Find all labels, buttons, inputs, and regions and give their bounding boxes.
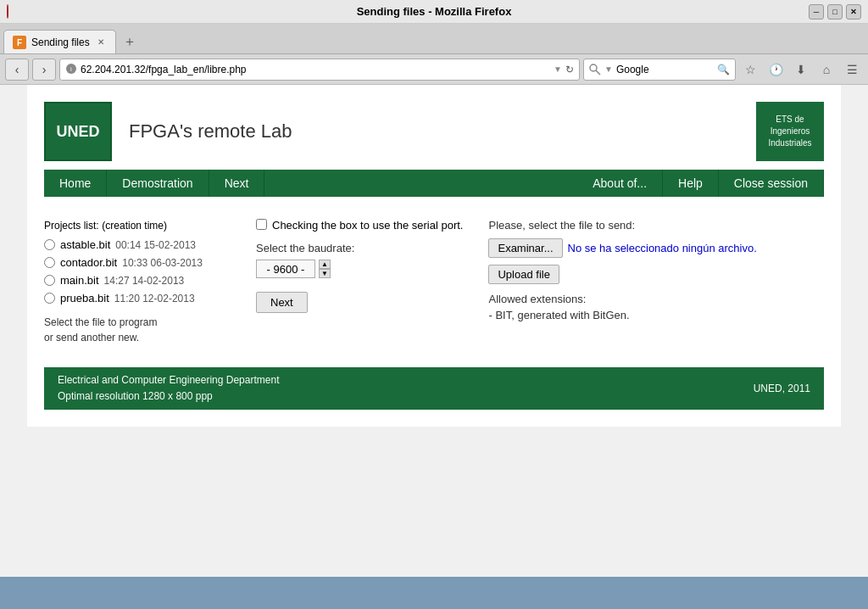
file-select-label: Please, select the file to send: <box>488 219 824 232</box>
address-bar[interactable]: i 62.204.201.32/fpga_lab_en/libre.php ▼ … <box>59 59 580 81</box>
new-tab-btn[interactable]: ＋ <box>120 31 140 52</box>
bookmarks-btn[interactable]: ☆ <box>739 59 761 81</box>
hint-line2: or send another new. <box>44 330 231 345</box>
ets-line2: Ingenieros <box>771 126 810 137</box>
header-left: UNED FPGA's remote Lab <box>44 102 292 161</box>
toolbar-icons: ☆ 🕐 ⬇ ⌂ ☰ <box>739 59 863 81</box>
ets-line3: Industriales <box>768 137 811 149</box>
serial-port-label: Checking the box to use the serial port. <box>272 219 463 232</box>
menu-item-close-session[interactable]: Close session <box>719 170 824 197</box>
svg-text:F: F <box>17 38 22 47</box>
search-go-btn[interactable]: 🔍 <box>717 64 730 75</box>
tab-bar: F Sending files ✕ ＋ <box>0 24 868 54</box>
menu-item-demostration[interactable]: Demostration <box>107 170 209 197</box>
project-name-astable: astable.bit <box>60 238 110 251</box>
hint-line1: Select the file to program <box>44 315 231 330</box>
address-text: 62.204.201.32/fpga_lab_en/libre.php <box>81 64 550 75</box>
upload-file-btn[interactable]: Upload file <box>488 265 559 284</box>
allowed-extensions-value: - BIT, generated with BitGen. <box>488 309 824 321</box>
content-area: Projects list: (creation time) astable.b… <box>44 210 824 354</box>
svg-line-5 <box>596 70 600 75</box>
svg-point-4 <box>590 64 597 71</box>
serial-port-checkbox[interactable] <box>256 219 267 230</box>
project-time-astable: 00:14 15-02-2013 <box>115 239 196 251</box>
title-bar: Sending files - Mozilla Firefox ─ □ ✕ <box>0 0 868 24</box>
ets-logo: ETS de Ingenieros Industriales <box>756 102 824 161</box>
baudrate-control: ▲ ▼ <box>256 260 463 278</box>
project-time-main: 14:27 14-02-2013 <box>104 275 185 287</box>
download-btn[interactable]: ⬇ <box>790 59 812 81</box>
menu-item-home[interactable]: Home <box>44 170 107 197</box>
projects-panel: Projects list: (creation time) astable.b… <box>44 219 231 345</box>
active-tab[interactable]: F Sending files ✕ <box>3 30 116 53</box>
address-favicon: i <box>65 63 77 76</box>
project-radio-astable[interactable] <box>44 239 55 250</box>
address-dropdown-icon[interactable]: ▼ <box>554 64 562 74</box>
search-engine-icon <box>589 64 601 75</box>
menu-item-next[interactable]: Next <box>209 170 265 197</box>
ets-line1: ETS de <box>776 114 804 126</box>
no-file-text: No se ha seleccionado ningún archivo. <box>568 242 757 254</box>
allowed-extensions-label: Allowed extensions: <box>488 293 824 305</box>
footer-line1: Electrical and Computer Engineering Depa… <box>58 372 279 388</box>
project-time-contador: 10:33 06-03-2013 <box>122 257 203 269</box>
next-button[interactable]: Next <box>256 292 308 313</box>
menu-spacer <box>264 170 577 197</box>
project-name-main: main.bit <box>60 274 99 287</box>
project-time-prueba: 11:20 12-02-2013 <box>114 293 195 304</box>
page-wrapper: UNED FPGA's remote Lab ETS de Ingenieros… <box>27 85 841 427</box>
list-item: contador.bit 10:33 06-03-2013 <box>44 256 231 269</box>
project-radio-main[interactable] <box>44 275 55 286</box>
baudrate-panel: Checking the box to use the serial port.… <box>256 219 463 345</box>
project-radio-contador[interactable] <box>44 257 55 268</box>
list-item: astable.bit 00:14 15-02-2013 <box>44 238 231 251</box>
forward-btn[interactable]: › <box>32 59 56 81</box>
projects-heading: Projects list: <box>44 220 99 232</box>
project-radio-prueba[interactable] <box>44 293 55 304</box>
browser-content: UNED FPGA's remote Lab ETS de Ingenieros… <box>0 85 868 577</box>
site-header: UNED FPGA's remote Lab ETS de Ingenieros… <box>44 102 824 161</box>
menu-btn[interactable]: ☰ <box>841 59 863 81</box>
baudrate-spinner: ▲ ▼ <box>319 260 331 278</box>
baudrate-select-label: Select the baudrate: <box>256 242 463 254</box>
home-btn[interactable]: ⌂ <box>815 59 837 81</box>
file-panel: Please, select the file to send: Examina… <box>488 219 824 345</box>
close-btn[interactable]: ✕ <box>846 4 861 20</box>
select-hint: Select the file to program or send anoth… <box>44 315 231 345</box>
maximize-btn[interactable]: □ <box>827 4 843 20</box>
file-input-row: Examinar... No se ha seleccionado ningún… <box>488 238 824 258</box>
site-footer: Electrical and Computer Engineering Depa… <box>44 367 824 410</box>
window-close-btn[interactable] <box>7 5 8 18</box>
project-name-contador: contador.bit <box>60 256 117 269</box>
refresh-btn[interactable]: ↻ <box>565 64 574 75</box>
baudrate-up-arrow[interactable]: ▲ <box>319 260 331 269</box>
examine-btn[interactable]: Examinar... <box>488 238 562 258</box>
menu-item-about[interactable]: About of... <box>577 170 663 197</box>
navbar: ‹ › i 62.204.201.32/fpga_lab_en/libre.ph… <box>0 54 868 85</box>
svg-text:i: i <box>70 65 72 73</box>
baudrate-input[interactable] <box>256 260 315 278</box>
baudrate-down-arrow[interactable]: ▼ <box>319 269 331 278</box>
minimize-btn[interactable]: ─ <box>809 4 824 20</box>
footer-right: UNED, 2011 <box>754 383 810 394</box>
projects-creation-label: (creation time) <box>102 220 167 232</box>
search-bar[interactable]: ▼ Google 🔍 <box>583 59 736 81</box>
tab-close-btn[interactable]: ✕ <box>95 36 107 48</box>
history-btn[interactable]: 🕐 <box>765 59 787 81</box>
project-name-prueba: prueba.bit <box>60 292 109 304</box>
serial-port-row: Checking the box to use the serial port. <box>256 219 463 232</box>
back-btn[interactable]: ‹ <box>5 59 29 81</box>
search-dropdown-icon[interactable]: ▼ <box>604 64 613 74</box>
list-item: main.bit 14:27 14-02-2013 <box>44 274 231 287</box>
footer-line2: Optimal resolution 1280 x 800 ppp <box>58 388 279 405</box>
projects-title: Projects list: (creation time) <box>44 219 231 232</box>
window-controls: ─ □ ✕ <box>809 4 861 20</box>
list-item: prueba.bit 11:20 12-02-2013 <box>44 292 231 304</box>
tab-favicon: F <box>13 36 26 49</box>
window-title: Sending files - Mozilla Firefox <box>357 5 512 18</box>
search-engine-label: Google <box>616 64 714 75</box>
nav-menu: Home Demostration Next About of... Help … <box>44 170 824 197</box>
uned-logo: UNED <box>44 102 112 161</box>
site-title: FPGA's remote Lab <box>129 120 292 142</box>
menu-item-help[interactable]: Help <box>663 170 719 197</box>
